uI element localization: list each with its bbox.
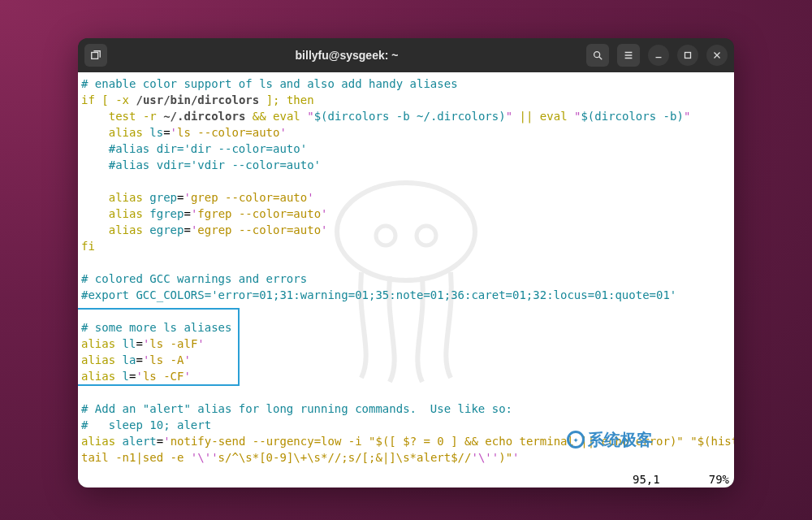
watermark-logo-icon: ✦ — [567, 431, 585, 448]
maximize-icon — [682, 50, 693, 61]
code-line — [81, 303, 731, 319]
code-line — [81, 384, 731, 401]
code-line — [81, 173, 731, 189]
close-button[interactable] — [706, 45, 728, 66]
code-line: alias l='ls -CF' — [81, 368, 731, 384]
menu-button[interactable] — [617, 44, 640, 67]
code-line: #alias vdir='vdir --color=auto' — [81, 157, 731, 173]
code-line: fi — [81, 238, 731, 254]
search-icon — [592, 50, 603, 61]
svg-rect-0 — [92, 53, 98, 59]
code-line — [81, 254, 731, 271]
cursor-position: 95,1 — [633, 471, 660, 488]
code-line: if [ -x /usr/bin/dircolors ]; then — [81, 92, 731, 108]
code-line: alias grep='grep --color=auto' — [81, 189, 731, 206]
code-line: alias ls='ls --color=auto' — [81, 124, 731, 141]
new-tab-icon — [90, 50, 102, 61]
search-button[interactable] — [586, 44, 609, 67]
code-line: # Add an "alert" alias for long running … — [81, 401, 731, 417]
maximize-button[interactable] — [677, 45, 698, 66]
code-line: alias fgrep='fgrep --color=auto' — [81, 206, 731, 222]
code-lines: # enable color support of ls and also ad… — [81, 76, 731, 466]
hamburger-icon — [623, 50, 634, 61]
code-line: test -r ~/.dircolors && eval "$(dircolor… — [81, 108, 731, 124]
svg-point-1 — [594, 52, 600, 58]
code-line: tail -n1|sed -e '\''s/^\s*[0-9]\+\s*//;s… — [81, 449, 731, 466]
code-line: alias egrep='egrep --color=auto' — [81, 222, 731, 238]
close-icon — [711, 50, 723, 61]
code-line: # enable color support of ls and also ad… — [81, 76, 731, 92]
code-line: alias la='ls -A' — [81, 352, 731, 368]
minimize-button[interactable] — [648, 45, 669, 66]
scroll-percent: 79% — [709, 471, 729, 488]
watermark: ✦ 系统极客 — [567, 431, 653, 448]
code-line: # some more ls aliases — [81, 319, 731, 336]
code-line: #export GCC_COLORS='error=01;31:warning=… — [81, 287, 731, 303]
code-line: # colored GCC warnings and errors — [81, 271, 731, 287]
terminal-content[interactable]: # enable color support of ls and also ad… — [78, 72, 734, 488]
svg-rect-2 — [685, 53, 691, 58]
terminal-window: billyfu@sysgeek: ~ — [78, 38, 734, 488]
code-line: #alias dir='dir --color=auto' — [81, 141, 731, 157]
watermark-text: 系统极客 — [588, 431, 653, 448]
new-tab-button[interactable] — [84, 44, 107, 67]
window-titlebar: billyfu@sysgeek: ~ — [78, 38, 734, 72]
code-line: alias ll='ls -alF' — [81, 336, 731, 352]
editor-statusline: 95,1 79% — [78, 471, 734, 488]
minimize-icon — [653, 50, 664, 61]
window-title: billyfu@sysgeek: ~ — [114, 49, 580, 62]
